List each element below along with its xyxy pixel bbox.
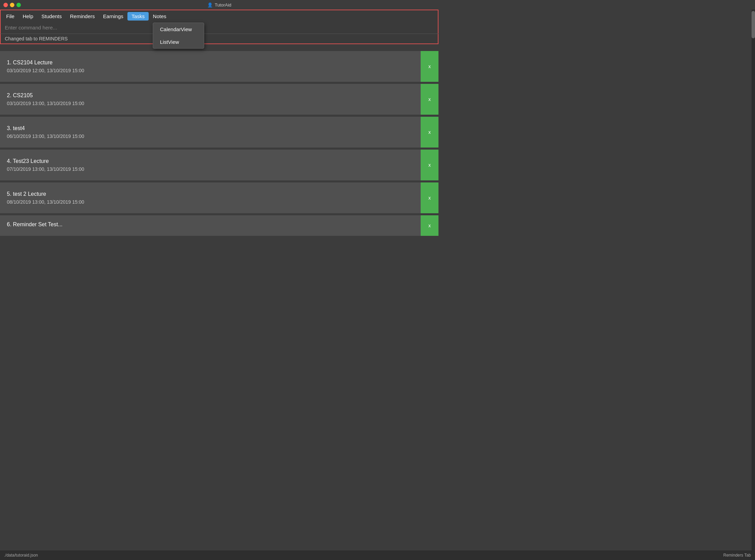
status-message: Changed tab to REMINDERS xyxy=(5,36,68,41)
minimize-button[interactable] xyxy=(10,3,14,7)
task-delete-button[interactable]: x xyxy=(421,51,438,82)
task-title: 2. CS2105 xyxy=(7,92,414,99)
command-area xyxy=(0,22,438,34)
task-body: 6. Reminder Set Test... xyxy=(0,215,421,236)
person-icon: 👤 xyxy=(207,2,213,8)
menu-file[interactable]: File xyxy=(2,12,18,21)
task-date: 08/10/2019 13:00, 13/10/2019 15:00 xyxy=(7,199,414,205)
task-body: 5. test 2 Lecture 08/10/2019 13:00, 13/1… xyxy=(0,182,421,213)
main-content: 1. CS2104 Lecture 03/10/2019 12:00, 13/1… xyxy=(0,44,438,329)
task-date: 07/10/2019 13:00, 13/10/2019 15:00 xyxy=(7,166,414,172)
window-controls[interactable] xyxy=(3,3,21,7)
task-delete-button[interactable]: x xyxy=(421,117,438,148)
task-body: 4. Test23 Lecture 07/10/2019 13:00, 13/1… xyxy=(0,150,421,180)
menu-help[interactable]: Help xyxy=(18,12,37,21)
task-item: 4. Test23 Lecture 07/10/2019 13:00, 13/1… xyxy=(0,150,438,180)
task-item: 6. Reminder Set Test... x xyxy=(0,215,438,236)
task-item: 2. CS2105 03/10/2019 13:00, 13/10/2019 1… xyxy=(0,84,438,115)
task-item: 1. CS2104 Lecture 03/10/2019 12:00, 13/1… xyxy=(0,51,438,82)
task-title: 5. test 2 Lecture xyxy=(7,191,414,197)
task-date: 03/10/2019 12:00, 13/10/2019 15:00 xyxy=(7,68,414,73)
task-body: 2. CS2105 03/10/2019 13:00, 13/10/2019 1… xyxy=(0,84,421,115)
task-delete-button[interactable]: x xyxy=(421,84,438,115)
task-item: 3. test4 06/10/2019 13:00, 13/10/2019 15… xyxy=(0,117,438,148)
task-date: 06/10/2019 13:00, 13/10/2019 15:00 xyxy=(7,133,414,139)
task-list: 1. CS2104 Lecture 03/10/2019 12:00, 13/1… xyxy=(0,44,438,236)
task-delete-button[interactable]: x xyxy=(421,182,438,213)
task-item: 5. test 2 Lecture 08/10/2019 13:00, 13/1… xyxy=(0,182,438,213)
task-delete-button[interactable]: x xyxy=(421,150,438,180)
window-title: 👤 TutorAid xyxy=(207,2,232,8)
menu-reminders[interactable]: Reminders xyxy=(66,12,99,21)
close-button[interactable] xyxy=(3,3,8,7)
tasks-dropdown: CalendarView ListView xyxy=(153,23,204,49)
task-body: 1. CS2104 Lecture 03/10/2019 12:00, 13/1… xyxy=(0,51,421,82)
task-body: 3. test4 06/10/2019 13:00, 13/10/2019 15… xyxy=(0,117,421,148)
command-input[interactable] xyxy=(5,25,434,30)
task-title: 3. test4 xyxy=(7,125,414,131)
menu-tasks[interactable]: Tasks xyxy=(127,12,149,21)
menu-bar: File Help Students Reminders Earnings Ta… xyxy=(0,10,438,22)
menu-students[interactable]: Students xyxy=(37,12,66,21)
task-title: 1. CS2104 Lecture xyxy=(7,60,414,66)
menu-notes[interactable]: Notes xyxy=(149,12,170,21)
dropdown-calendarview[interactable]: CalendarView xyxy=(153,23,204,36)
menu-earnings[interactable]: Earnings xyxy=(99,12,127,21)
status-bar: Changed tab to REMINDERS xyxy=(0,34,438,44)
task-date: 03/10/2019 13:00, 13/10/2019 15:00 xyxy=(7,101,414,106)
task-title: 6. Reminder Set Test... xyxy=(7,221,414,228)
dropdown-listview[interactable]: ListView xyxy=(153,36,204,48)
task-delete-button[interactable]: x xyxy=(421,215,438,236)
maximize-button[interactable] xyxy=(16,3,21,7)
title-bar: 👤 TutorAid xyxy=(0,0,438,10)
task-title: 4. Test23 Lecture xyxy=(7,158,414,164)
